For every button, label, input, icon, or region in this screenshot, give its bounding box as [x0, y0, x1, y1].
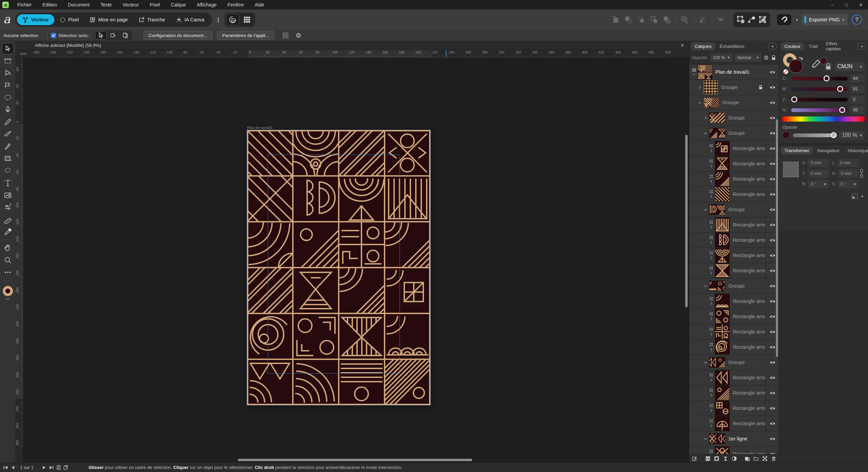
layer-row[interactable]: Groupe [689, 110, 779, 126]
menu-texte[interactable]: Texte [95, 0, 117, 10]
layer-handle-icon[interactable] [708, 175, 715, 183]
layer-row[interactable]: Rectangle arrondi [689, 324, 779, 340]
layer-handle-icon[interactable] [708, 236, 715, 244]
opacity-value-dropdown[interactable]: 100 %▾ [839, 131, 865, 139]
layer-row[interactable]: Rectangle arrondi [689, 385, 779, 401]
vertical-scrollbar[interactable] [685, 135, 688, 307]
mirror-icon[interactable] [699, 16, 707, 24]
help-button[interactable]: ? [852, 15, 862, 25]
menu-vecteur[interactable]: Vecteur [117, 0, 144, 10]
copy-mode-icon[interactable] [120, 31, 131, 39]
layer-row[interactable]: Groupe [689, 80, 779, 95]
fill-stroke-swatch[interactable] [2, 286, 14, 299]
duplicate-order-icon[interactable] [681, 16, 689, 24]
horizontal-scrollbar[interactable] [238, 459, 472, 461]
ruler-unit-badge[interactable]: mm [15, 50, 32, 58]
document-tab[interactable]: Affiche asbract [Modifié] (58.9%) [35, 43, 101, 48]
layer-visibility-toggle[interactable] [765, 431, 779, 446]
layer-row[interactable]: Rectangle arrondi [689, 156, 779, 171]
layer-visibility-toggle[interactable] [765, 80, 779, 95]
color-model-dropdown[interactable]: CMJN▾ [835, 62, 865, 71]
vector-brush-tool[interactable] [2, 128, 14, 140]
layer-row[interactable]: Rectangle arrondi [689, 294, 779, 309]
slider-knob[interactable] [839, 107, 845, 113]
image-layer-icon[interactable] [745, 456, 750, 461]
layer-gear-icon[interactable]: ⚙ [764, 54, 769, 61]
transform-crop-icon[interactable] [759, 16, 767, 24]
layer-row[interactable]: Groupe [689, 202, 779, 217]
artboard[interactable] [247, 130, 430, 405]
anchor-selector[interactable] [783, 162, 799, 177]
tab-effets-rapides[interactable]: Effets rapides [822, 40, 857, 53]
slider-track[interactable] [791, 87, 848, 91]
layer-handle-icon[interactable] [708, 404, 715, 413]
layer-visibility-toggle[interactable] [765, 401, 779, 416]
next-page-icon[interactable] [42, 466, 46, 470]
boolean-combine-icon[interactable] [663, 16, 671, 24]
group-icon[interactable] [754, 456, 759, 461]
layer-row[interactable]: Rectangle arrondi [689, 187, 779, 202]
expander-icon[interactable] [702, 285, 709, 287]
slider-value[interactable]: 95 [850, 106, 865, 114]
field-input[interactable]: 0 mm [808, 169, 829, 178]
layer-row[interactable]: Rectangle arrondi [689, 340, 779, 355]
expander-icon[interactable] [702, 361, 709, 364]
persona-ia-canva[interactable]: IA Canva [171, 14, 210, 25]
fx-icon[interactable]: FX [705, 456, 710, 461]
mask-icon[interactable] [714, 456, 719, 461]
slider-value[interactable]: 64 [850, 74, 865, 83]
minimize-button[interactable]: – [825, 0, 839, 10]
artboard-label[interactable]: Plan de travail1 [247, 126, 273, 130]
color-picker-tool[interactable] [2, 226, 14, 238]
layer-handle-icon[interactable] [708, 159, 715, 168]
last-page-icon[interactable] [49, 466, 54, 470]
zoom-tool[interactable] [2, 254, 14, 266]
layer-visibility-toggle[interactable] [765, 65, 779, 79]
hand-tool[interactable] [2, 242, 14, 254]
layer-row[interactable]: Groupe [689, 355, 779, 370]
gear-icon[interactable]: ⚙ [296, 32, 301, 39]
layer-row[interactable]: Rectangle arrondi [689, 416, 779, 431]
marquee-tool[interactable] [2, 92, 14, 103]
link-dimensions-icon[interactable] [858, 159, 865, 188]
field-input[interactable]: 0 °▾ [808, 180, 829, 188]
tab-transformer[interactable]: Transformer [781, 147, 813, 155]
panel-menu-icon[interactable]: ▾ [768, 43, 777, 50]
persona-vecteur[interactable]: Vecteur [17, 14, 54, 25]
menu-calque[interactable]: Calque [165, 0, 191, 10]
field-input[interactable]: 0 mm [808, 159, 829, 167]
layer-handle-icon[interactable] [708, 297, 715, 306]
knife-tool[interactable] [2, 141, 14, 152]
slider-knob[interactable] [823, 75, 830, 81]
layer-row[interactable]: Rectangle arrondi [689, 141, 779, 156]
layer-visibility-toggle[interactable] [765, 370, 779, 385]
boolean-subtract-icon[interactable] [624, 16, 632, 24]
expander-icon[interactable] [696, 102, 703, 104]
expander-icon[interactable] [702, 116, 709, 120]
layer-handle-icon[interactable] [708, 388, 715, 397]
spectrum-bar[interactable] [782, 116, 865, 122]
prev-page-icon[interactable] [11, 466, 15, 470]
artboard-grid-icon[interactable] [282, 32, 289, 39]
menu-fichier[interactable]: Fichier [12, 0, 37, 10]
expander-icon[interactable] [696, 86, 703, 89]
expander-icon[interactable] [691, 68, 697, 76]
menu-pixel[interactable]: Pixel [144, 0, 165, 10]
layer-handle-icon[interactable] [708, 373, 715, 382]
magnet-icon[interactable] [776, 14, 792, 26]
blend-icon[interactable] [732, 456, 737, 461]
contextual-toolbar-toggle[interactable]: A [226, 14, 239, 25]
shape-tool[interactable] [2, 153, 14, 164]
expander-icon[interactable] [702, 208, 709, 211]
align-icon[interactable] [717, 16, 725, 24]
persona-pixel[interactable]: Pixel [54, 14, 84, 25]
field-input[interactable]: 0 °▾ [838, 180, 858, 188]
field-input[interactable]: 0 mm [837, 159, 858, 167]
layer-visibility-toggle[interactable] [765, 447, 779, 454]
transform-options-icon[interactable]: ▾ [861, 194, 863, 199]
layer-row[interactable]: Rectangle arrondi [689, 401, 779, 416]
tab-couleur[interactable]: Couleur [781, 42, 804, 50]
layer-handle-icon[interactable] [708, 190, 715, 199]
tab-historique[interactable]: Historique [844, 147, 868, 155]
tab-navigateur[interactable]: Navigateur [814, 147, 843, 155]
